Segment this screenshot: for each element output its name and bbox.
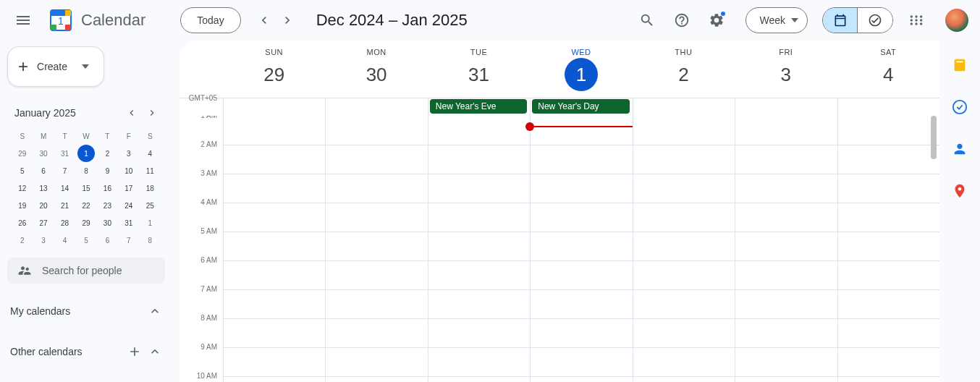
mini-day-cell[interactable]: 14 [54, 179, 75, 197]
mini-day-cell[interactable]: 4 [140, 145, 161, 162]
time-cell[interactable] [428, 145, 530, 174]
time-cell[interactable] [223, 174, 325, 203]
time-cell[interactable] [325, 203, 427, 232]
time-cell[interactable] [428, 203, 530, 232]
account-avatar[interactable] [945, 9, 968, 32]
tasks-button[interactable] [945, 93, 974, 122]
day-number[interactable]: 30 [360, 58, 393, 91]
time-cell[interactable] [735, 203, 837, 232]
allday-cell[interactable] [325, 98, 427, 116]
view-selector[interactable]: Week [745, 7, 808, 33]
main-menu-button[interactable] [6, 3, 41, 38]
time-cell[interactable] [325, 319, 427, 347]
time-cell[interactable] [837, 232, 939, 260]
time-cell[interactable] [735, 232, 837, 260]
time-cell[interactable] [325, 348, 427, 376]
plus-icon[interactable] [127, 344, 142, 359]
time-cell[interactable] [223, 348, 325, 376]
allday-cell[interactable]: New Year's Eve [428, 98, 530, 116]
keep-button[interactable] [945, 51, 974, 80]
mini-day-cell[interactable]: 17 [118, 179, 139, 197]
mini-day-cell[interactable]: 13 [33, 179, 54, 197]
time-cell[interactable] [633, 232, 735, 260]
mini-prev-button[interactable] [123, 104, 140, 122]
create-button[interactable]: + Create [7, 46, 104, 87]
time-cell[interactable] [428, 348, 530, 376]
time-cell[interactable] [735, 348, 837, 376]
mini-day-cell[interactable]: 15 [75, 179, 96, 197]
allday-cell[interactable] [735, 98, 837, 116]
time-cell[interactable] [735, 319, 837, 347]
time-cell[interactable] [530, 319, 632, 347]
time-cell[interactable] [735, 116, 837, 145]
time-cell[interactable] [837, 377, 939, 382]
time-cell[interactable] [428, 377, 530, 382]
mini-day-cell[interactable]: 29 [75, 214, 96, 232]
mini-day-cell[interactable]: 8 [75, 162, 96, 179]
mini-day-cell[interactable]: 9 [97, 162, 118, 179]
time-cell[interactable] [325, 290, 427, 318]
time-cell[interactable] [837, 319, 939, 347]
time-cell[interactable] [530, 116, 632, 145]
time-cell[interactable] [223, 145, 325, 174]
scrollbar-thumb[interactable] [931, 116, 937, 159]
mini-day-cell[interactable]: 18 [140, 179, 161, 197]
mini-day-cell[interactable]: 11 [140, 162, 161, 179]
time-cell[interactable] [530, 261, 632, 289]
mini-day-cell[interactable]: 5 [12, 162, 33, 179]
time-cell[interactable] [223, 261, 325, 289]
allday-event[interactable]: New Year's Day [532, 99, 629, 114]
time-cell[interactable] [428, 232, 530, 260]
mini-day-cell[interactable]: 25 [140, 197, 161, 214]
mini-day-cell[interactable]: 2 [12, 232, 33, 249]
time-cell[interactable] [633, 261, 735, 289]
mini-day-cell[interactable]: 19 [12, 197, 33, 214]
day-number[interactable]: 2 [667, 58, 700, 91]
time-cell[interactable] [428, 116, 530, 145]
day-number[interactable]: 3 [769, 58, 803, 91]
time-cell[interactable] [633, 290, 735, 318]
time-cell[interactable] [530, 203, 632, 232]
time-cell[interactable] [633, 174, 735, 203]
prev-period-button[interactable] [253, 9, 276, 32]
mini-day-cell[interactable]: 22 [75, 197, 96, 214]
mini-day-cell[interactable]: 7 [118, 232, 139, 249]
time-cell[interactable] [325, 174, 427, 203]
mini-day-cell[interactable]: 23 [97, 197, 118, 214]
time-cell[interactable] [223, 232, 325, 260]
time-cell[interactable] [735, 261, 837, 289]
day-number[interactable]: 1 [565, 58, 598, 91]
mini-day-cell[interactable]: 21 [54, 197, 75, 214]
search-button[interactable] [633, 6, 662, 35]
time-cell[interactable] [223, 377, 325, 382]
time-cell[interactable] [428, 319, 530, 347]
mini-day-cell[interactable]: 27 [33, 214, 54, 232]
time-cell[interactable] [837, 348, 939, 376]
time-cell[interactable] [837, 116, 939, 145]
mini-day-cell[interactable]: 6 [97, 232, 118, 249]
time-cell[interactable] [735, 290, 837, 318]
time-cell[interactable] [325, 261, 427, 289]
next-period-button[interactable] [276, 9, 299, 32]
mini-day-cell[interactable]: 16 [97, 179, 118, 197]
time-cell[interactable] [223, 319, 325, 347]
mini-day-cell[interactable]: 5 [75, 232, 96, 249]
mini-day-cell[interactable]: 31 [54, 145, 75, 162]
mini-day-cell[interactable]: 24 [118, 197, 139, 214]
time-cell[interactable] [633, 145, 735, 174]
allday-event[interactable]: New Year's Eve [430, 99, 527, 114]
mini-day-cell[interactable]: 4 [54, 232, 75, 249]
mini-day-cell[interactable]: 31 [118, 214, 139, 232]
mini-day-cell[interactable]: 30 [97, 214, 118, 232]
time-cell[interactable] [837, 174, 939, 203]
google-apps-button[interactable] [902, 6, 931, 35]
time-cell[interactable] [223, 203, 325, 232]
mini-day-cell[interactable]: 1 [75, 145, 96, 162]
allday-cell[interactable] [837, 98, 939, 116]
settings-button[interactable] [702, 6, 731, 35]
time-cell[interactable] [530, 348, 632, 376]
mini-day-cell[interactable]: 2 [97, 145, 118, 162]
time-cell[interactable] [837, 145, 939, 174]
mini-day-cell[interactable]: 28 [54, 214, 75, 232]
time-cell[interactable] [530, 145, 632, 174]
